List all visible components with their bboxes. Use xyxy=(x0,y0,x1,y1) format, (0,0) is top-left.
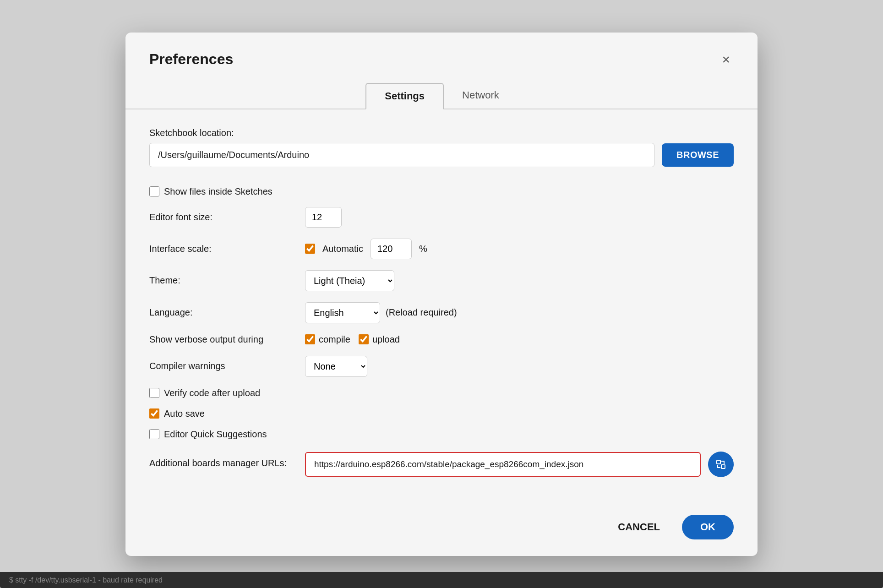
close-button[interactable]: × xyxy=(718,49,734,70)
editor-quick-checkbox[interactable] xyxy=(149,429,159,439)
browse-button[interactable]: BROWSE xyxy=(662,143,734,167)
tab-network[interactable]: Network xyxy=(444,83,518,109)
compiler-warnings-select[interactable]: None Default More All xyxy=(305,356,367,377)
verify-checkbox[interactable] xyxy=(149,388,159,398)
language-label: Language: xyxy=(149,307,305,318)
additional-urls-label: Additional boards manager URLs: xyxy=(149,458,305,468)
terminal-text: $ stty -f /dev/tty.usbserial-1 - baud ra… xyxy=(9,576,163,584)
auto-save-label: Auto save xyxy=(164,408,205,419)
additional-urls-input[interactable] xyxy=(305,452,701,477)
font-size-input[interactable] xyxy=(305,207,342,228)
editor-quick-row: Editor Quick Suggestions xyxy=(149,429,734,440)
compile-label: compile xyxy=(319,334,350,345)
language-row: Language: English Deutsch Español França… xyxy=(149,302,734,323)
auto-save-row: Auto save xyxy=(149,408,734,419)
compiler-warnings-row: Compiler warnings None Default More All xyxy=(149,356,734,377)
sketchbook-label: Sketchbook location: xyxy=(149,128,234,138)
theme-row: Theme: Light (Theia) Dark (Theia) High C… xyxy=(149,270,734,291)
automatic-checkbox[interactable] xyxy=(305,244,315,254)
expand-icon xyxy=(715,459,726,470)
font-size-label: Editor font size: xyxy=(149,212,305,223)
tabs-container: Settings Network xyxy=(125,83,758,109)
interface-scale-row: Interface scale: Automatic % xyxy=(149,239,734,259)
compile-checkbox[interactable] xyxy=(305,334,315,344)
upload-checkbox[interactable] xyxy=(359,334,369,344)
interface-scale-label: Interface scale: xyxy=(149,244,305,254)
show-files-label: Show files inside Sketches xyxy=(164,186,273,197)
tab-settings[interactable]: Settings xyxy=(365,83,444,109)
upload-label: upload xyxy=(372,334,400,345)
ok-button[interactable]: OK xyxy=(682,515,734,539)
language-select[interactable]: English Deutsch Español Français Italian… xyxy=(305,302,380,323)
automatic-label: Automatic xyxy=(322,244,363,254)
editor-quick-label: Editor Quick Suggestions xyxy=(164,429,267,440)
reload-note: (Reload required) xyxy=(386,307,457,318)
show-files-checkbox[interactable] xyxy=(149,186,159,196)
additional-urls-row: Additional boards manager URLs: xyxy=(149,450,734,477)
verify-row: Verify code after upload xyxy=(149,388,734,398)
verify-label: Verify code after upload xyxy=(164,388,260,398)
dialog-footer: CANCEL OK xyxy=(125,502,758,556)
auto-save-checkbox[interactable] xyxy=(149,408,159,419)
theme-label: Theme: xyxy=(149,275,305,286)
verbose-row: Show verbose output during compile uploa… xyxy=(149,334,734,345)
sketchbook-path-input[interactable] xyxy=(149,143,654,167)
cancel-button[interactable]: CANCEL xyxy=(605,515,673,539)
settings-content: Sketchbook location: BROWSE Show files i… xyxy=(125,109,758,502)
font-size-row: Editor font size: xyxy=(149,207,734,228)
urls-expand-button[interactable] xyxy=(708,452,734,477)
show-files-row: Show files inside Sketches xyxy=(149,186,734,197)
theme-select[interactable]: Light (Theia) Dark (Theia) High Contrast xyxy=(305,270,394,291)
dialog-title: Preferences xyxy=(149,51,233,68)
svg-rect-1 xyxy=(721,465,725,468)
verbose-label: Show verbose output during xyxy=(149,334,305,345)
percent-label: % xyxy=(419,244,427,254)
scale-value-input[interactable] xyxy=(371,239,412,259)
svg-rect-0 xyxy=(717,460,720,464)
compiler-warnings-label: Compiler warnings xyxy=(149,361,305,371)
